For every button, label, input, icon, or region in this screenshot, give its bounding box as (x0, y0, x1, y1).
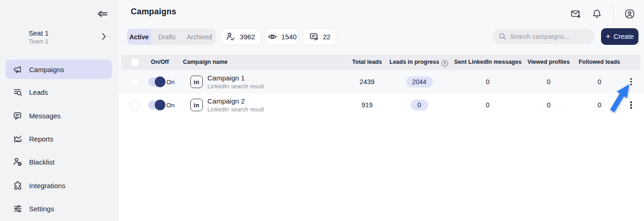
puzzle-icon (13, 181, 23, 190)
toggle-state-label: On (166, 78, 175, 85)
chart-icon (13, 134, 23, 144)
campaign-name-cell: Campaign 2 LinkedIn search result (207, 97, 264, 113)
row-checkbox[interactable] (131, 101, 140, 110)
topbar-divider (613, 5, 614, 22)
eye-icon (267, 32, 277, 42)
tab-drafts[interactable]: Drafts (151, 29, 183, 45)
leads-in-progress-cell: 0 (393, 99, 446, 110)
select-all-checkbox[interactable] (131, 58, 140, 67)
seat-subtitle: Team 1 (29, 38, 49, 45)
plus-icon: + (606, 32, 610, 40)
lead-search-icon (13, 87, 23, 97)
mail-plus-icon[interactable] (570, 8, 581, 19)
tab-archived[interactable]: Archived (183, 29, 216, 45)
sidebar-item-campaigns[interactable]: Campaigns (6, 60, 112, 79)
sidebar-item-label: Integrations (29, 182, 65, 190)
campaign-toggle[interactable] (148, 101, 164, 110)
campaign-status-tabs: Active Drafts Archived (127, 29, 216, 45)
leads-in-progress-cell: 2044 (393, 76, 446, 87)
column-followed-leads: Followed leads (573, 55, 626, 70)
sidebar-item-label: Reports (29, 135, 54, 143)
sidebar-item-messages[interactable]: Messages (6, 106, 112, 125)
linkedin-icon: in (190, 75, 203, 88)
sidebar-item-reports[interactable]: Reports (6, 129, 112, 148)
viewed-profiles-value: 0 (522, 101, 575, 109)
campaign-type: LinkedIn search result (207, 83, 264, 90)
stat-chip-accepted[interactable]: 3962 (220, 28, 261, 45)
campaign-name-cell: Campaign 1 LinkedIn search result (207, 74, 264, 90)
followed-leads-value: 0 (573, 101, 626, 109)
page-title: Campaigns (131, 7, 176, 17)
sidebar-item-label: Blacklist (29, 158, 55, 166)
seat-title: Seat 1 (29, 29, 49, 37)
search-input[interactable] (510, 33, 589, 40)
create-button-label: Create (614, 33, 634, 40)
sidebar-item-label: Settings (29, 205, 54, 213)
sidebar-item-integrations[interactable]: Integrations (6, 176, 112, 195)
campaign-toggle[interactable] (148, 77, 164, 86)
sidebar: Seat 1 Team 1 Campaigns Leads (0, 0, 119, 221)
table-row-campaign-2: On in Campaign 2 LinkedIn search result … (122, 93, 640, 117)
column-campaign-name: Campaign name (183, 55, 228, 70)
sidebar-item-label: Messages (29, 112, 61, 120)
row-actions-kebab-icon[interactable] (629, 100, 633, 110)
user-avatar-icon[interactable] (624, 8, 635, 19)
message-forward-icon (309, 32, 319, 42)
leads-in-progress-badge: 2044 (406, 76, 433, 87)
main-content: Campaigns Active Drafts (119, 0, 644, 221)
search-box (493, 29, 595, 44)
tab-active[interactable]: Active (127, 29, 151, 45)
table-header-row: On/Off Campaign name Total leads Leads i… (122, 55, 640, 70)
sidebar-item-blacklist[interactable]: Blacklist (6, 152, 112, 172)
sent-messages-value: 0 (461, 78, 514, 86)
stat-chip-replies[interactable]: 22 (303, 28, 336, 45)
bell-icon[interactable] (591, 8, 602, 19)
campaign-name[interactable]: Campaign 2 (207, 97, 264, 105)
collapse-sidebar-icon[interactable] (97, 8, 109, 19)
column-leads-in-progress: Leads in progress? (389, 55, 443, 70)
seat-chevron-right-icon[interactable] (101, 33, 107, 40)
help-icon[interactable]: ? (442, 60, 448, 67)
stat-value: 1540 (281, 33, 297, 41)
leads-in-progress-badge: 0 (411, 99, 428, 110)
column-viewed-profiles: Viewed profiles (522, 55, 575, 70)
column-sent-messages: Sent LinkedIn messages (454, 55, 521, 70)
row-actions-kebab-icon[interactable] (629, 77, 633, 87)
sidebar-item-leads[interactable]: Leads (6, 82, 112, 102)
sent-messages-value: 0 (461, 101, 514, 109)
total-leads-value: 919 (340, 101, 394, 109)
column-on-off: On/Off (141, 55, 178, 70)
linkedin-icon: in (190, 99, 203, 111)
sidebar-item-label: Leads (29, 88, 48, 96)
followed-leads-value: 0 (573, 78, 626, 86)
search-icon (498, 32, 506, 40)
viewed-profiles-value: 0 (522, 78, 575, 86)
person-check-icon (226, 32, 236, 42)
sidebar-item-label: Campaigns (29, 66, 64, 74)
table-row-campaign-1: On in Campaign 1 LinkedIn search result … (122, 70, 640, 93)
sidebar-item-settings[interactable]: Settings (6, 199, 112, 218)
sliders-icon (13, 204, 23, 214)
column-total-leads: Total leads (340, 55, 394, 70)
campaign-type: LinkedIn search result (207, 106, 264, 113)
toggle-state-label: On (166, 102, 175, 109)
app-window: Seat 1 Team 1 Campaigns Leads (0, 0, 644, 221)
row-checkbox[interactable] (131, 77, 140, 86)
total-leads-value: 2439 (340, 78, 394, 86)
campaign-name[interactable]: Campaign 1 (207, 74, 264, 82)
chat-bubble-icon (13, 111, 23, 121)
person-blocked-icon (13, 157, 23, 167)
stat-chip-views[interactable]: 1540 (265, 28, 299, 45)
stat-value: 22 (323, 33, 331, 41)
create-button[interactable]: + Create (601, 28, 638, 45)
stat-value: 3962 (240, 33, 255, 41)
megaphone-icon (13, 65, 23, 74)
